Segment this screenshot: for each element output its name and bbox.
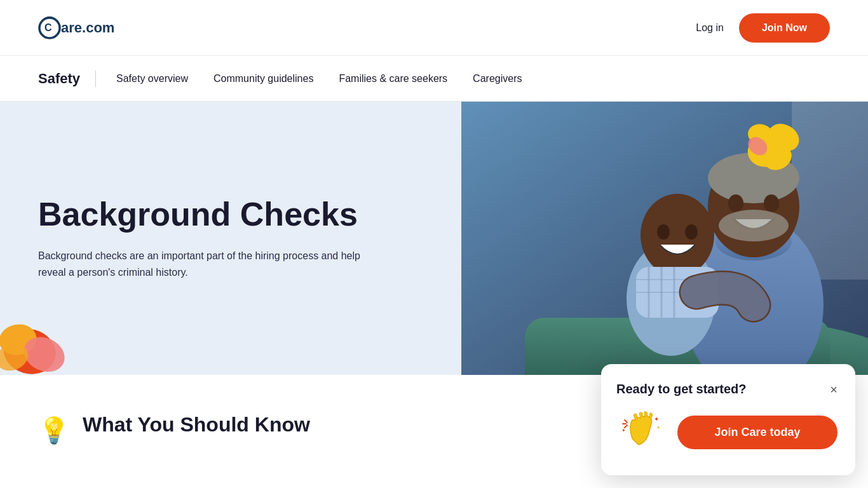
- login-button[interactable]: Log in: [696, 22, 724, 34]
- caregivers-link[interactable]: Caregivers: [473, 73, 522, 84]
- svg-text:are.com: are.com: [61, 20, 114, 36]
- popup-close-button[interactable]: ×: [830, 383, 837, 396]
- svg-point-27: [685, 224, 698, 240]
- families-link[interactable]: Families & care seekers: [339, 73, 447, 84]
- nav-item-community-guidelines[interactable]: Community guidelines: [214, 73, 313, 85]
- svg-text:✦: ✦: [654, 416, 659, 423]
- svg-point-26: [657, 224, 670, 240]
- safety-overview-link[interactable]: Safety overview: [116, 73, 188, 84]
- hero-section: Background Checks Background checks are …: [0, 102, 868, 375]
- svg-text:★: ★: [656, 425, 660, 430]
- photo-svg: [461, 102, 868, 375]
- safety-nav-title: Safety: [38, 71, 96, 87]
- join-care-today-button[interactable]: Join Care today: [677, 416, 837, 449]
- popup-header: Ready to get started? ×: [616, 382, 837, 396]
- popup: Ready to get started? × ✦: [601, 364, 855, 471]
- hero-description: Background checks are an important part …: [38, 248, 369, 280]
- header: C are.com Log in Join Now: [0, 0, 868, 56]
- svg-text:C: C: [44, 22, 52, 33]
- lower-section-title: What You Should Know: [83, 413, 310, 437]
- popup-title: Ready to get started?: [616, 382, 746, 396]
- nav-item-families[interactable]: Families & care seekers: [339, 73, 447, 85]
- popup-body: ✦ ✦ ★ Join Care today: [616, 407, 837, 458]
- nav-item-safety-overview[interactable]: Safety overview: [116, 73, 188, 85]
- flower-decoration-top: [728, 114, 804, 178]
- safety-nav: Safety Safety overview Community guideli…: [0, 56, 868, 102]
- header-actions: Log in Join Now: [696, 13, 830, 43]
- hero-left: Background Checks Background checks are …: [0, 102, 461, 375]
- nav-links: Safety overview Community guidelines Fam…: [116, 73, 522, 85]
- hero-title: Background Checks: [38, 196, 423, 233]
- nav-item-caregivers[interactable]: Caregivers: [473, 73, 522, 85]
- logo[interactable]: C are.com: [38, 12, 140, 44]
- svg-line-34: [625, 420, 627, 423]
- care-logo: C are.com: [38, 12, 140, 44]
- hero-photo-area: [461, 102, 868, 375]
- svg-point-21: [728, 194, 743, 212]
- community-guidelines-link[interactable]: Community guidelines: [214, 73, 313, 84]
- bulb-icon: 💡: [38, 416, 70, 445]
- clapping-hands-icon: ✦ ✦ ★: [620, 410, 664, 454]
- popup-icon-area: ✦ ✦ ★: [616, 407, 667, 458]
- svg-point-25: [641, 194, 714, 276]
- svg-text:✦: ✦: [621, 428, 626, 433]
- join-now-button[interactable]: Join Now: [739, 13, 830, 43]
- svg-point-22: [764, 194, 779, 212]
- svg-point-23: [719, 210, 789, 241]
